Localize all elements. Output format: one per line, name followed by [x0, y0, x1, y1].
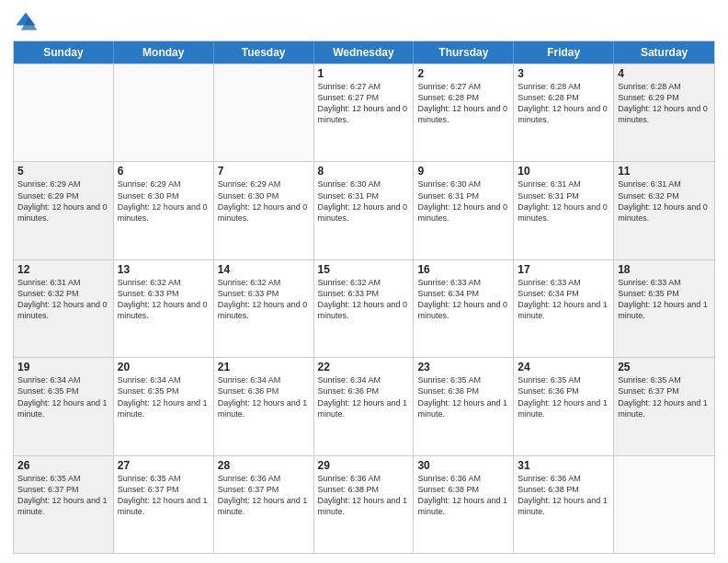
calendar-header-row: SundayMondayTuesdayWednesdayThursdayFrid… [14, 41, 714, 63]
cal-header-thursday: Thursday [414, 41, 514, 63]
cal-cell-4-2: 28Sunrise: 6:36 AM Sunset: 6:37 PM Dayli… [214, 456, 314, 553]
cell-info-text: Sunrise: 6:28 AM Sunset: 6:29 PM Dayligh… [618, 81, 711, 126]
page: SundayMondayTuesdayWednesdayThursdayFrid… [0, 0, 728, 563]
cal-cell-2-2: 14Sunrise: 6:32 AM Sunset: 6:33 PM Dayli… [214, 260, 314, 357]
day-number: 19 [17, 361, 109, 373]
cell-info-text: Sunrise: 6:29 AM Sunset: 6:29 PM Dayligh… [17, 178, 109, 224]
day-number: 21 [218, 361, 310, 373]
day-number: 3 [518, 67, 609, 80]
cal-cell-0-5: 3Sunrise: 6:28 AM Sunset: 6:28 PM Daylig… [514, 64, 614, 161]
day-number: 18 [618, 263, 711, 276]
cal-header-friday: Friday [514, 41, 614, 63]
cal-header-monday: Monday [114, 41, 214, 63]
day-number: 28 [218, 459, 310, 472]
cell-info-text: Sunrise: 6:34 AM Sunset: 6:35 PM Dayligh… [17, 374, 109, 419]
cell-info-text: Sunrise: 6:31 AM Sunset: 6:31 PM Dayligh… [518, 178, 609, 224]
cal-row-2: 12Sunrise: 6:31 AM Sunset: 6:32 PM Dayli… [14, 259, 714, 357]
day-number: 2 [417, 67, 509, 80]
cal-cell-2-5: 17Sunrise: 6:33 AM Sunset: 6:34 PM Dayli… [514, 260, 614, 357]
cal-cell-4-1: 27Sunrise: 6:35 AM Sunset: 6:37 PM Dayli… [114, 456, 214, 553]
cell-info-text: Sunrise: 6:30 AM Sunset: 6:31 PM Dayligh… [417, 178, 509, 224]
cal-cell-3-0: 19Sunrise: 6:34 AM Sunset: 6:35 PM Dayli… [14, 358, 114, 454]
day-number: 1 [318, 67, 410, 80]
cal-row-0: 1Sunrise: 6:27 AM Sunset: 6:27 PM Daylig… [14, 63, 714, 161]
cal-cell-1-1: 6Sunrise: 6:29 AM Sunset: 6:30 PM Daylig… [114, 162, 214, 259]
day-number: 29 [318, 459, 410, 472]
cal-cell-0-6: 4Sunrise: 6:28 AM Sunset: 6:29 PM Daylig… [614, 64, 714, 161]
cal-cell-0-2 [214, 64, 314, 161]
day-number: 16 [417, 263, 509, 276]
cal-cell-3-2: 21Sunrise: 6:34 AM Sunset: 6:36 PM Dayli… [214, 358, 314, 454]
cell-info-text: Sunrise: 6:31 AM Sunset: 6:32 PM Dayligh… [618, 178, 711, 224]
cal-cell-1-6: 11Sunrise: 6:31 AM Sunset: 6:32 PM Dayli… [614, 162, 714, 259]
cell-info-text: Sunrise: 6:34 AM Sunset: 6:36 PM Dayligh… [218, 374, 310, 419]
cell-info-text: Sunrise: 6:29 AM Sunset: 6:30 PM Dayligh… [218, 178, 310, 224]
cal-cell-1-3: 8Sunrise: 6:30 AM Sunset: 6:31 PM Daylig… [314, 162, 415, 259]
day-number: 13 [118, 263, 210, 276]
day-number: 23 [417, 361, 509, 373]
cal-header-sunday: Sunday [14, 41, 114, 63]
day-number: 25 [618, 361, 711, 373]
cal-cell-1-0: 5Sunrise: 6:29 AM Sunset: 6:29 PM Daylig… [14, 162, 114, 259]
day-number: 8 [318, 165, 410, 178]
cell-info-text: Sunrise: 6:32 AM Sunset: 6:33 PM Dayligh… [318, 277, 410, 322]
cell-info-text: Sunrise: 6:35 AM Sunset: 6:37 PM Dayligh… [618, 374, 711, 419]
cal-cell-3-5: 24Sunrise: 6:35 AM Sunset: 6:36 PM Dayli… [514, 358, 614, 454]
cell-info-text: Sunrise: 6:36 AM Sunset: 6:38 PM Dayligh… [518, 473, 609, 518]
day-number: 15 [318, 263, 410, 276]
cal-cell-4-3: 29Sunrise: 6:36 AM Sunset: 6:38 PM Dayli… [314, 456, 415, 553]
cal-cell-0-0 [14, 64, 114, 161]
day-number: 9 [417, 165, 509, 178]
cell-info-text: Sunrise: 6:29 AM Sunset: 6:30 PM Dayligh… [118, 178, 210, 224]
cell-info-text: Sunrise: 6:31 AM Sunset: 6:32 PM Dayligh… [17, 277, 109, 322]
cal-cell-3-6: 25Sunrise: 6:35 AM Sunset: 6:37 PM Dayli… [614, 358, 714, 454]
cal-cell-1-4: 9Sunrise: 6:30 AM Sunset: 6:31 PM Daylig… [414, 162, 514, 259]
cal-cell-2-6: 18Sunrise: 6:33 AM Sunset: 6:35 PM Dayli… [614, 260, 714, 357]
cal-row-4: 26Sunrise: 6:35 AM Sunset: 6:37 PM Dayli… [14, 455, 714, 553]
cal-cell-4-4: 30Sunrise: 6:36 AM Sunset: 6:38 PM Dayli… [414, 456, 514, 553]
cell-info-text: Sunrise: 6:27 AM Sunset: 6:28 PM Dayligh… [417, 81, 509, 126]
day-number: 24 [518, 361, 609, 373]
cal-cell-2-0: 12Sunrise: 6:31 AM Sunset: 6:32 PM Dayli… [14, 260, 114, 357]
cell-info-text: Sunrise: 6:30 AM Sunset: 6:31 PM Dayligh… [318, 178, 410, 224]
cal-row-1: 5Sunrise: 6:29 AM Sunset: 6:29 PM Daylig… [14, 161, 714, 259]
cal-cell-4-6 [614, 456, 714, 553]
cal-header-wednesday: Wednesday [314, 41, 415, 63]
day-number: 14 [218, 263, 310, 276]
header [13, 9, 715, 35]
cell-info-text: Sunrise: 6:36 AM Sunset: 6:38 PM Dayligh… [417, 473, 509, 518]
cell-info-text: Sunrise: 6:32 AM Sunset: 6:33 PM Dayligh… [118, 277, 210, 322]
day-number: 7 [218, 165, 310, 178]
cal-row-3: 19Sunrise: 6:34 AM Sunset: 6:35 PM Dayli… [14, 357, 714, 454]
cell-info-text: Sunrise: 6:33 AM Sunset: 6:34 PM Dayligh… [417, 277, 509, 322]
day-number: 4 [618, 67, 711, 80]
cell-info-text: Sunrise: 6:33 AM Sunset: 6:34 PM Dayligh… [518, 277, 609, 322]
cell-info-text: Sunrise: 6:27 AM Sunset: 6:27 PM Dayligh… [318, 81, 410, 126]
day-number: 22 [318, 361, 410, 373]
calendar-body: 1Sunrise: 6:27 AM Sunset: 6:27 PM Daylig… [14, 63, 714, 553]
cal-cell-3-4: 23Sunrise: 6:35 AM Sunset: 6:36 PM Dayli… [414, 358, 514, 454]
cal-cell-4-5: 31Sunrise: 6:36 AM Sunset: 6:38 PM Dayli… [514, 456, 614, 553]
cell-info-text: Sunrise: 6:35 AM Sunset: 6:37 PM Dayligh… [17, 473, 109, 518]
cal-cell-0-1 [114, 64, 214, 161]
cell-info-text: Sunrise: 6:33 AM Sunset: 6:35 PM Dayligh… [618, 277, 711, 322]
day-number: 6 [118, 165, 210, 178]
calendar: SundayMondayTuesdayWednesdayThursdayFrid… [13, 40, 715, 554]
cell-info-text: Sunrise: 6:35 AM Sunset: 6:36 PM Dayligh… [518, 374, 609, 419]
cell-info-text: Sunrise: 6:34 AM Sunset: 6:36 PM Dayligh… [318, 374, 410, 419]
cal-cell-1-5: 10Sunrise: 6:31 AM Sunset: 6:31 PM Dayli… [514, 162, 614, 259]
cal-cell-3-3: 22Sunrise: 6:34 AM Sunset: 6:36 PM Dayli… [314, 358, 415, 454]
day-number: 17 [518, 263, 609, 276]
cal-cell-0-4: 2Sunrise: 6:27 AM Sunset: 6:28 PM Daylig… [414, 64, 514, 161]
cal-cell-1-2: 7Sunrise: 6:29 AM Sunset: 6:30 PM Daylig… [214, 162, 314, 259]
cal-cell-2-4: 16Sunrise: 6:33 AM Sunset: 6:34 PM Dayli… [414, 260, 514, 357]
day-number: 10 [518, 165, 609, 178]
logo [13, 9, 42, 35]
cell-info-text: Sunrise: 6:28 AM Sunset: 6:28 PM Dayligh… [518, 81, 609, 126]
cal-header-saturday: Saturday [614, 41, 714, 63]
logo-icon [13, 9, 39, 35]
cal-cell-2-1: 13Sunrise: 6:32 AM Sunset: 6:33 PM Dayli… [114, 260, 214, 357]
day-number: 11 [618, 165, 711, 178]
day-number: 5 [17, 165, 109, 178]
cal-cell-0-3: 1Sunrise: 6:27 AM Sunset: 6:27 PM Daylig… [314, 64, 415, 161]
